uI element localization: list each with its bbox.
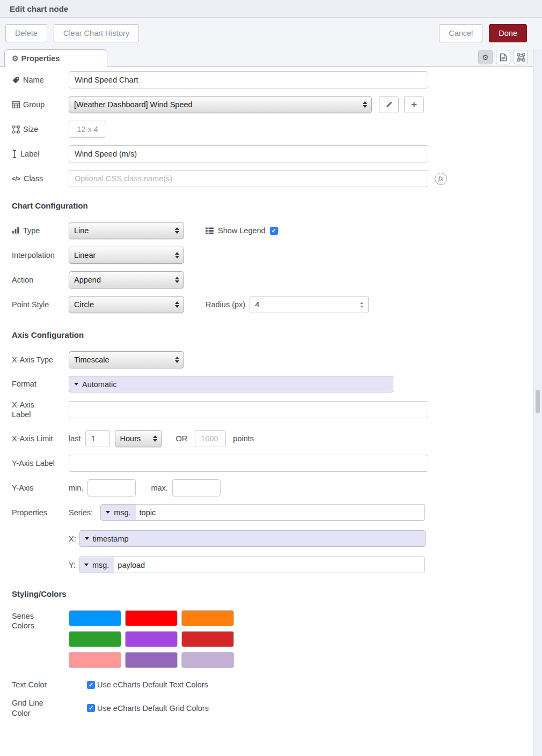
series-color-swatch[interactable] <box>181 631 234 647</box>
label-input[interactable] <box>69 145 428 162</box>
x-property-label: X: <box>69 535 76 543</box>
tag-icon <box>12 76 20 84</box>
y-axis-label-input[interactable] <box>69 455 428 472</box>
format-label: Format <box>12 379 36 389</box>
size-button[interactable]: 12 x 4 <box>69 121 106 138</box>
show-legend-checkbox[interactable]: ✓ <box>270 227 278 235</box>
point-style-label: Point Style <box>12 300 49 309</box>
radius-input[interactable]: 4 <box>250 296 369 313</box>
document-icon <box>500 53 507 62</box>
dialog-header: Edit chart node <box>0 0 542 18</box>
series-color-swatch[interactable] <box>181 610 234 626</box>
series-typed-input[interactable]: msg. topic <box>100 504 425 521</box>
x-type-dropdown[interactable]: timestamp <box>80 531 134 546</box>
y-typed-input[interactable]: msg. payload <box>79 557 425 573</box>
text-color-checkbox[interactable]: ✓ <box>87 681 95 689</box>
scrollbar-track[interactable] <box>533 49 542 756</box>
x-axis-label-label: X-Axis Label <box>12 400 40 419</box>
type-label: Type <box>23 226 40 235</box>
select-arrows-icon <box>363 101 367 108</box>
tab-properties[interactable]: ⚙ Properties <box>4 49 107 67</box>
action-label: Action <box>12 275 33 285</box>
type-select-value: Line <box>74 226 89 235</box>
type-select[interactable]: Line <box>69 222 184 239</box>
select-arrows-icon <box>153 435 157 442</box>
y-min-label: min. <box>69 484 83 492</box>
radius-value: 4 <box>255 300 259 309</box>
y-max-input[interactable] <box>172 479 221 496</box>
delete-button[interactable]: Delete <box>5 24 47 42</box>
group-label: Group <box>23 100 45 109</box>
name-input[interactable] <box>69 71 428 88</box>
dialog-title: Edit chart node <box>10 4 68 13</box>
group-label-group: Group <box>12 100 69 109</box>
y-axis-label-group: Y-Axis <box>12 483 69 493</box>
series-colors-grid <box>69 610 234 668</box>
format-dropdown[interactable]: Automatic <box>69 376 121 392</box>
x-property-value: timestamp <box>93 535 129 543</box>
x-axis-type-select-value: Timescale <box>74 355 109 364</box>
limit-points-input[interactable] <box>195 430 226 447</box>
done-button[interactable]: Done <box>489 24 527 42</box>
series-color-swatch[interactable] <box>125 652 178 668</box>
y-axis-label-label: Y-Axis Label <box>12 458 55 468</box>
y-type-dropdown[interactable]: msg. <box>79 557 114 573</box>
y-prefix: msg. <box>92 561 109 569</box>
cancel-button[interactable]: Cancel <box>439 24 482 42</box>
limit-last-input[interactable] <box>85 430 110 447</box>
gear-icon: ⚙ <box>12 54 19 63</box>
scrollbar-thumb[interactable] <box>536 390 540 413</box>
show-legend-label: Show Legend <box>218 226 266 235</box>
action-select[interactable]: Append <box>69 271 184 288</box>
class-label-group: </> Class <box>12 174 69 183</box>
properties-panel: Name Group [Weather Dashboard] Wind Spee… <box>0 67 542 718</box>
series-type-dropdown[interactable]: msg. <box>101 505 135 520</box>
series-label: Series: <box>69 508 93 517</box>
series-color-swatch[interactable] <box>125 631 178 647</box>
series-color-swatch[interactable] <box>69 610 121 626</box>
grid-color-label: Grid Line Color <box>12 698 50 717</box>
appearance-view-button[interactable] <box>514 50 528 64</box>
class-input[interactable] <box>69 170 428 187</box>
format-typed-input[interactable]: Automatic <box>69 376 393 392</box>
x-axis-limit-label-group: X-Axis Limit <box>12 434 69 443</box>
group-select[interactable]: [Weather Dashboard] Wind Speed <box>69 96 372 113</box>
series-color-swatch[interactable] <box>125 610 178 626</box>
caret-down-icon <box>84 564 89 566</box>
point-style-select[interactable]: Circle <box>69 296 184 313</box>
limit-unit-select[interactable]: Hours <box>115 430 162 447</box>
name-label: Name <box>23 75 44 85</box>
interpolation-label-group: Interpolation <box>12 250 69 260</box>
add-group-button[interactable]: + <box>404 96 424 113</box>
x-axis-label-label-group: X-Axis Label <box>12 400 69 419</box>
points-label: points <box>233 434 254 443</box>
text-cursor-icon <box>12 150 17 158</box>
size-label-group: Size <box>12 124 69 134</box>
y-property-value: payload <box>114 561 145 569</box>
spinner-arrows-icon[interactable] <box>360 302 363 308</box>
interpolation-select[interactable]: Linear <box>69 247 184 264</box>
grid-color-checkbox[interactable]: ✓ <box>87 704 95 712</box>
action-select-value: Append <box>74 276 101 284</box>
x-axis-type-select[interactable]: Timescale <box>69 351 184 368</box>
x-axis-label-input[interactable] <box>69 401 428 418</box>
properties-view-button[interactable]: ⚙ <box>478 50 493 64</box>
description-view-button[interactable] <box>496 50 510 64</box>
grid-color-checkbox-label: Use eCharts Default Grid Colors <box>97 704 209 713</box>
label-label-group: Label <box>12 149 69 159</box>
y-min-input[interactable] <box>87 479 136 496</box>
select-arrows-icon <box>175 252 179 258</box>
clear-chart-history-button[interactable]: Clear Chart History <box>54 24 139 42</box>
tab-properties-label: Properties <box>21 54 60 63</box>
caret-down-icon <box>85 537 89 540</box>
x-typed-input[interactable]: timestamp <box>79 530 426 547</box>
tab-bar: ⚙ Properties ⚙ <box>0 48 542 67</box>
series-color-swatch[interactable] <box>181 652 234 668</box>
series-color-swatch[interactable] <box>69 652 121 668</box>
class-label: Class <box>24 174 43 183</box>
bar-chart-icon <box>12 227 20 234</box>
edit-group-button[interactable] <box>379 96 399 113</box>
y-axis-label: Y-Axis <box>12 483 34 493</box>
y-max-label: max. <box>151 484 167 492</box>
series-color-swatch[interactable] <box>69 631 121 647</box>
